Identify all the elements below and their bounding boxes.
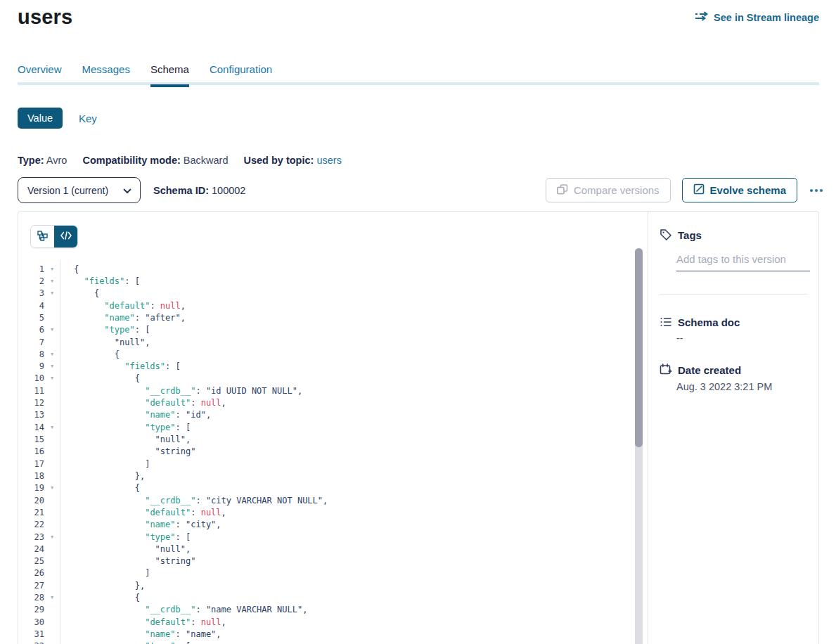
line-number: 30 [18,617,44,627]
stream-lineage-link[interactable]: See in Stream lineage [695,11,819,23]
chevron-down-icon [123,185,131,196]
date-created-heading-label: Date created [678,364,741,376]
code-line-text: "type": [ [60,641,191,644]
code-line-text: "type": [ [60,325,150,335]
schema-doc-value: -- [676,333,683,344]
code-line-text: }, [60,581,145,591]
code-line-text: "fields": [ [60,276,140,286]
compare-versions-button: Compare versions [546,178,671,202]
code-view-button[interactable] [54,226,77,247]
schema-sidebar: Tags Schema doc -- [648,212,818,644]
code-scrollbar-thumb[interactable] [635,248,643,447]
compatibility-mode-label: Compatibility mode: [82,155,180,166]
version-bar: Version 1 (current) Schema ID: 100002 [18,177,245,203]
code-line-text: ] [60,459,150,469]
schema-id-value: 100002 [212,185,245,196]
fold-toggle-icon[interactable]: ▼ [44,595,60,600]
code-line-text: ] [60,568,150,578]
line-number: 19 [18,483,44,493]
code-line-text: { [60,288,99,298]
calendar-plus-icon [660,363,672,376]
code-line-text: "type": [ [60,532,191,542]
fold-toggle-icon[interactable]: ▼ [44,327,60,333]
tag-icon [660,228,672,241]
used-by-topic-label: Used by topic: [243,155,314,166]
page-title: users [18,6,72,29]
fold-toggle-icon[interactable]: ▼ [44,534,60,540]
line-number: 23 [18,532,44,542]
fold-toggle-icon[interactable]: ▼ [44,485,60,491]
schema-id-label: Schema ID: [153,185,209,196]
compare-versions-label: Compare versions [574,184,660,196]
code-line-text: "name": "id", [60,410,211,420]
tags-input[interactable] [676,250,810,271]
tree-view-icon [37,231,48,243]
tree-view-button[interactable] [31,226,54,247]
list-icon [660,316,672,328]
fold-toggle-icon[interactable]: ▼ [44,352,60,357]
line-number: 28 [18,593,44,603]
code-line-text: "default": null, [60,508,226,517]
line-number: 17 [18,459,44,469]
fold-toggle-icon[interactable]: ▼ [44,266,60,272]
value-toggle-button[interactable]: Value [18,108,63,129]
line-number: 25 [18,556,44,566]
tab-configuration[interactable]: Configuration [210,63,272,84]
fold-toggle-icon[interactable]: ▼ [44,278,60,284]
version-dropdown[interactable]: Version 1 (current) [18,177,141,203]
fold-toggle-icon[interactable]: ▼ [44,290,60,296]
code-line-text: }, [60,471,145,481]
code-line-text: "default": null, [60,301,186,311]
code-line-text: "default": null, [60,398,226,408]
tab-overview[interactable]: Overview [18,63,62,84]
more-options-button[interactable] [809,186,824,195]
schema-type-value: Avro [46,155,67,166]
code-line-text: { [60,593,140,603]
code-line-text: { [60,483,140,493]
line-number: 13 [18,410,44,420]
schema-actions: Compare versions Evolve schema [546,178,824,202]
line-number: 22 [18,520,44,529]
key-toggle-button[interactable]: Key [79,112,97,124]
compatibility-mode: Compatibility mode: Backward [82,155,228,166]
code-line-text: "__crdb__": "city VARCHAR NOT NULL", [60,496,328,505]
compatibility-mode-value: Backward [184,155,229,166]
edit-schema-icon [693,183,705,197]
tab-schema[interactable]: Schema [150,63,189,84]
stream-lineage-label: See in Stream lineage [714,12,819,23]
tab-messages[interactable]: Messages [82,63,130,84]
fold-toggle-icon[interactable]: ▼ [44,363,60,369]
sidebar-divider [660,294,808,295]
fold-toggle-icon[interactable]: ▼ [44,375,60,381]
topic-link[interactable]: users [316,155,341,166]
schema-doc-heading-label: Schema doc [678,316,740,328]
code-line-text: "name": "city", [60,520,221,529]
evolve-schema-button[interactable]: Evolve schema [682,178,797,202]
line-number: 12 [18,398,44,408]
line-number: 1 [18,264,44,274]
code-line-text: "string" [60,446,195,456]
line-number: 10 [18,373,44,383]
code-line-text: "null", [60,544,191,554]
line-number: 24 [18,544,44,554]
line-number: 8 [18,349,44,359]
fold-toggle-icon[interactable]: ▼ [44,425,60,430]
line-number: 18 [18,471,44,481]
schema-panel: 1▼{2▼ "fields": [3▼ {4 "default": null,5… [18,211,819,644]
line-number: 21 [18,508,44,517]
code-line-text: "null", [60,434,191,444]
evolve-schema-label: Evolve schema [710,184,786,196]
schema-id: Schema ID: 100002 [153,185,245,196]
code-line-text: "fields": [ [60,361,181,371]
code-line-text: "type": [ [60,423,191,432]
line-number: 2 [18,276,44,286]
code-line-text: "__crdb__": "name VARCHAR NULL", [60,605,307,614]
tags-heading-label: Tags [678,229,702,241]
version-dropdown-value: Version 1 (current) [27,185,108,196]
line-number: 6 [18,325,44,335]
schema-type: Type: Avro [18,155,67,166]
code-line-text: "string" [60,556,195,566]
code-line-text: "name": "name", [60,629,221,639]
line-number: 31 [18,629,44,639]
line-number: 7 [18,337,44,347]
